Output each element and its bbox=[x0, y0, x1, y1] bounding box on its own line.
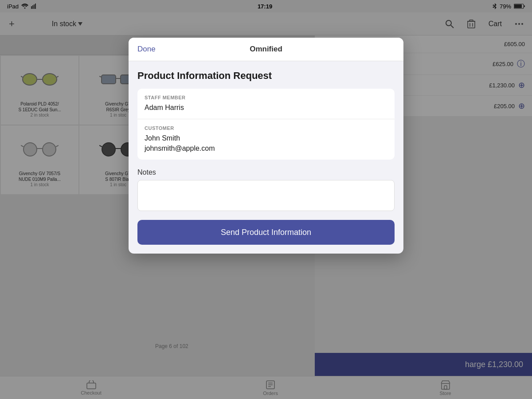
notes-input[interactable] bbox=[137, 180, 395, 211]
modal-page-title: Product Information Request bbox=[137, 70, 395, 82]
modal-header: Done Omnified bbox=[129, 38, 403, 61]
confirm-card: STAFF MEMBER Adam Harris CUSTOMER John S… bbox=[137, 89, 395, 160]
modal-body: Product Information Request STAFF MEMBER… bbox=[129, 61, 403, 254]
notes-label: Notes bbox=[137, 168, 395, 176]
modal-dialog: Done Omnified Product Information Reques… bbox=[129, 38, 403, 254]
send-product-info-button[interactable]: Send Product Information bbox=[137, 220, 395, 245]
done-button[interactable]: Done bbox=[137, 45, 156, 54]
customer-email: johnsmith@apple.com bbox=[145, 144, 387, 153]
staff-value: Adam Harris bbox=[145, 103, 387, 113]
customer-label: CUSTOMER bbox=[145, 125, 387, 131]
staff-section: STAFF MEMBER Adam Harris bbox=[137, 89, 395, 119]
modal-title: Omnified bbox=[250, 45, 282, 54]
modal-overlay: Done Omnified Product Information Reques… bbox=[0, 0, 532, 399]
customer-name: John Smith bbox=[145, 133, 387, 143]
staff-label: STAFF MEMBER bbox=[145, 95, 387, 100]
customer-section: CUSTOMER John Smith johnsmith@apple.com bbox=[137, 119, 395, 160]
